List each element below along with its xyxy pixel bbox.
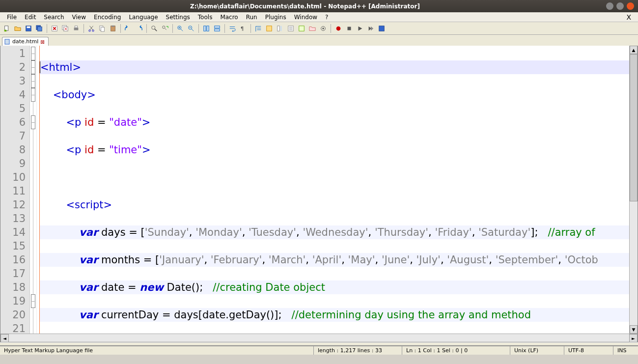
fold-icon[interactable]: − [31,74,35,88]
func-list-icon[interactable] [297,24,306,33]
play-icon[interactable] [355,24,365,33]
vertical-scrollbar[interactable]: ▲ ▼ [629,46,638,334]
window-controls [606,2,634,10]
menu-search[interactable]: Search [40,13,68,22]
menu-view[interactable]: View [68,13,90,22]
scroll-up-icon[interactable]: ▲ [630,46,638,54]
svg-rect-28 [280,26,282,31]
menu-language[interactable]: Language [125,13,162,22]
menu-bar: File Edit Search View Encoding Language … [0,12,638,22]
file-icon [4,39,10,45]
save-icon[interactable] [24,24,33,33]
svg-text:¶: ¶ [241,25,244,31]
code-area[interactable]: <html> <body> <p id = "date"> <p id = "t… [40,46,638,334]
status-mode[interactable]: INS [613,346,638,355]
window-title: Z:\home\dataflair\Documents\date.html - … [4,3,606,10]
titlebar: Z:\home\dataflair\Documents\date.html - … [0,0,638,12]
doc-list-icon[interactable] [286,24,296,33]
status-eol[interactable]: Unix (LF) [510,346,564,355]
zoom-in-icon[interactable] [175,24,185,33]
minimize-button[interactable] [606,2,613,10]
menu-tools[interactable]: Tools [194,13,217,22]
all-chars-icon[interactable]: ¶ [238,24,248,33]
scroll-left-icon[interactable]: ◄ [0,334,9,342]
scroll-down-icon[interactable]: ▼ [630,325,638,334]
svg-rect-34 [348,27,351,30]
menu-edit[interactable]: Edit [21,13,40,22]
code-editor[interactable]: 123456789101112131415161718192021 − − − … [0,46,638,334]
svg-point-32 [322,28,324,29]
svg-point-18 [163,26,165,28]
svg-rect-35 [379,26,385,31]
menu-run[interactable]: Run [242,13,261,22]
toolbar: ¶ [0,22,638,35]
svg-rect-1 [4,29,6,31]
tab-label: date.html [12,38,38,45]
svg-rect-5 [38,27,42,31]
menu-window[interactable]: Window [290,13,321,22]
save-macro-icon[interactable] [377,24,387,33]
new-file-icon[interactable] [2,24,12,33]
paste-icon[interactable] [108,24,118,33]
maximize-button[interactable] [616,2,624,10]
fold-icon[interactable]: − [31,60,35,74]
tab-close-icon[interactable]: ⊠ [40,39,45,44]
play-multi-icon[interactable] [366,24,376,33]
svg-rect-24 [215,28,220,30]
stop-icon[interactable] [344,24,354,33]
record-icon[interactable] [333,24,343,33]
tab-bar: date.html ⊠ [0,35,638,46]
undo-icon[interactable] [123,24,133,33]
sync-v-icon[interactable] [201,24,211,33]
menu-settings[interactable]: Settings [162,13,194,22]
horizontal-scrollbar[interactable]: ◄ ► [0,334,638,342]
fold-column: − − − − − − [30,46,37,334]
copy-icon[interactable] [97,24,107,33]
svg-rect-30 [299,26,305,31]
tab-date-html[interactable]: date.html ⊠ [2,37,49,46]
svg-point-17 [152,26,155,29]
svg-rect-9 [74,28,79,30]
fold-icon[interactable]: − [31,88,35,102]
menu-help[interactable]: ? [321,13,332,22]
menu-plugins[interactable]: Plugins [261,13,290,22]
status-encoding[interactable]: UTF-8 [564,346,613,355]
svg-rect-23 [215,26,220,28]
open-file-icon[interactable] [13,24,23,33]
monitor-icon[interactable] [318,24,328,33]
close-all-icon[interactable] [60,24,70,33]
menu-macro[interactable]: Macro [216,13,242,22]
svg-rect-36 [5,39,9,44]
fold-icon[interactable]: − [31,47,35,60]
resizer[interactable] [0,342,638,346]
wordwrap-icon[interactable] [227,24,237,33]
cut-icon[interactable] [86,24,96,33]
menu-encoding[interactable]: Encoding [90,13,125,22]
svg-rect-14 [101,27,104,31]
svg-point-33 [336,26,341,30]
indent-guide-icon[interactable] [253,24,263,33]
fold-icon[interactable]: − [31,294,35,308]
svg-rect-3 [27,26,30,28]
close-file-icon[interactable] [50,24,59,33]
sync-h-icon[interactable] [212,24,222,33]
save-all-icon[interactable] [34,24,44,33]
status-filetype: Hyper Text Markup Language file [0,346,314,355]
menu-file[interactable]: File [3,13,21,22]
doc-map-icon[interactable] [275,24,285,33]
svg-rect-22 [207,26,209,31]
print-icon[interactable] [71,24,81,33]
replace-icon[interactable] [160,24,170,33]
fold-icon[interactable]: − [31,115,35,129]
find-icon[interactable] [149,24,159,33]
zoom-out-icon[interactable] [186,24,196,33]
udl-icon[interactable] [264,24,274,33]
status-bar: Hyper Text Markup Language file length :… [0,346,638,355]
scroll-right-icon[interactable]: ► [629,334,638,342]
status-position: Ln : 1 Col : 1 Sel : 0 | 0 [402,346,510,355]
close-button[interactable] [627,2,634,10]
redo-icon[interactable] [134,24,144,33]
scroll-thumb[interactable] [630,54,638,201]
tab-close-x[interactable]: X [622,13,635,21]
folder-icon[interactable] [307,24,317,33]
